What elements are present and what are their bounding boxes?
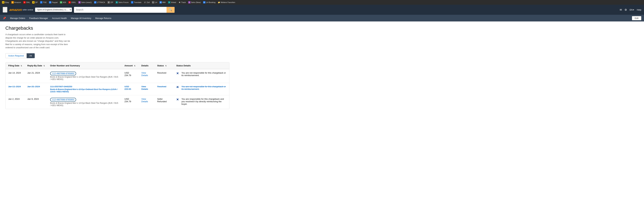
status-3: Seller Refunded: [154, 95, 174, 109]
settings-icon: ⚙: [624, 8, 627, 12]
view-details-link-2[interactable]: View Details: [142, 85, 148, 90]
order-number-3[interactable]: 112-4907898-8765850: [50, 98, 76, 102]
col-status: Status ⇅: [154, 62, 174, 69]
sort-reply-date-icon[interactable]: ⇅: [44, 65, 45, 67]
tab-all[interactable]: All: [27, 53, 35, 58]
vinted-icon: V: [168, 1, 170, 4]
details-1: View Details: [139, 69, 154, 83]
search-input[interactable]: [74, 7, 166, 12]
col-amount: Amount ⇅: [122, 62, 139, 69]
view-details-link-3[interactable]: View Details: [142, 98, 148, 103]
x-icon-3: ✕: [176, 98, 179, 102]
nav-manage-inventory[interactable]: Manage All Inventory: [71, 17, 91, 20]
status-details-text-1: You are not responsible for this chargeb…: [182, 72, 226, 76]
zip-icon: Z: [108, 1, 110, 4]
selro-forum-icon: S: [116, 1, 118, 4]
language-selector[interactable]: EN ▾: [630, 8, 634, 11]
amazon-logo: amazon seller central: [10, 8, 33, 12]
bookmark-lh[interactable]: L LH: [151, 1, 158, 4]
bookmark-amazon[interactable]: A Amazon: [11, 1, 22, 4]
bookmarks-bar: E Ebay A Amazon D DHL P DP T TGE P Paypa…: [0, 0, 644, 5]
nav-account-health[interactable]: Account Health: [52, 17, 67, 20]
order-number-col-1: 112-4907898-8765850 Boots & Braces Engla…: [48, 69, 122, 83]
tge-icon: T: [40, 1, 42, 4]
n26-icon: N: [60, 1, 62, 4]
page-description: A chargeback occurs when a cardholder co…: [5, 33, 72, 49]
nav-feedback-manager[interactable]: Feedback Manager: [29, 17, 48, 20]
search-container: 🔍: [74, 7, 174, 13]
lh-icon: L: [152, 1, 154, 4]
settings-button[interactable]: ⚙: [624, 8, 627, 12]
help-link[interactable]: Help: [637, 8, 641, 11]
bookmark-vinted[interactable]: V Vinted: [167, 1, 177, 4]
dhl-icon: D: [23, 1, 26, 4]
table-row: Jan 14, 2024 Jan 21, 2024 112-4907898-87…: [6, 69, 229, 83]
x-icon-2: ✕: [176, 85, 179, 89]
paypal-icon: P: [49, 1, 51, 4]
edit-button[interactable]: Edit: [632, 16, 641, 20]
filing-date-1: Jan 14, 2024: [6, 69, 25, 83]
mw-icon: M: [160, 1, 162, 4]
table-header-row: Filing Date ⇅ Reply-By Date ⇅ Order Numb…: [6, 62, 229, 69]
bookmark-weitere[interactable]: 📁 Weitere Favoriten: [217, 1, 236, 4]
bookmark-ebay[interactable]: E Ebay: [1, 1, 10, 4]
main-content: Chargebacks A chargeback occurs when a c…: [0, 22, 235, 113]
bookmark-selro-new[interactable]: S Selro (New): [188, 1, 202, 4]
amazon-icon: A: [12, 1, 14, 4]
order-number-col-2: 111-2557067-3440250 Boots & Braces Engla…: [48, 83, 122, 95]
table-row: Jan 2, 2024 Jan 9, 2024 112-4907898-8765…: [6, 95, 229, 109]
translate-icon: T: [131, 1, 133, 4]
status-1: Resolved: [154, 69, 174, 83]
order-number-1[interactable]: 112-4907898-8765850: [50, 72, 76, 76]
bookmark-dhl[interactable]: D DHL: [23, 1, 30, 4]
order-number-2[interactable]: 111-2557067-3440250: [50, 85, 119, 88]
bookmark-track[interactable]: ⊕ Track: [178, 1, 186, 4]
bookmark-selro-forum[interactable]: S Selro Forum: [115, 1, 129, 4]
col-status-details: Status Details: [174, 62, 229, 69]
sort-amount-icon[interactable]: ⇅: [134, 65, 135, 67]
seller-central-label: seller central: [22, 9, 33, 11]
sskl-icon: S: [68, 1, 71, 4]
bookmark-sskl[interactable]: S SSKL: [68, 1, 77, 4]
view-details-link-1[interactable]: View Details: [142, 72, 148, 76]
store-selector[interactable]: Spirit of England (Oxbloodoi) | U...: [35, 8, 72, 12]
bookmark-zip[interactable]: Z ZIP: [107, 1, 114, 4]
chargebacks-table: Filing Date ⇅ Reply-By Date ⇅ Order Numb…: [5, 62, 230, 109]
zoll-icon: Z: [144, 1, 146, 4]
bookmark-lh-booking[interactable]: B LH Booking: [202, 1, 216, 4]
bookmark-tge[interactable]: T TGE: [40, 1, 48, 4]
status-details-2: ✕ You are not responsible for this charg…: [174, 83, 229, 95]
nav-manage-orders[interactable]: Manage Orders: [10, 17, 25, 20]
search-button[interactable]: 🔍: [166, 7, 174, 13]
amount-3: USD 234.79: [122, 95, 139, 109]
page-title: Chargebacks: [5, 26, 230, 31]
ebay-icon: E: [2, 1, 4, 4]
bookmark-translate[interactable]: T Translate: [130, 1, 142, 4]
filing-date-2: Jan 13, 2024: [6, 83, 25, 95]
filing-date-3: Jan 2, 2024: [6, 95, 25, 109]
hamburger-menu[interactable]: ☰: [3, 7, 8, 12]
amazon-logo-text: amazon: [10, 8, 22, 12]
status-details-3: ✕ You are responsible for this chargebac…: [174, 95, 229, 109]
tabs: Action Required All: [5, 53, 230, 58]
bookmark-dp[interactable]: P DP: [32, 1, 38, 4]
mail-button[interactable]: ✉: [620, 8, 622, 12]
col-filing-date: Filing Date ⇅: [6, 62, 25, 69]
folder-icon: 📁: [218, 1, 220, 4]
col-details: Details: [139, 62, 154, 69]
bookmark-17track[interactable]: 17 17TRACK: [94, 1, 106, 4]
order-number-col-3: 112-4907898-8765850 Boots & Braces Engla…: [48, 95, 122, 109]
order-summary-1: Boots & Braces England Men´s 14 Eye Blac…: [50, 76, 119, 80]
reply-by-date-2: Jan 20, 2024: [25, 83, 48, 95]
bookmark-zoll[interactable]: Z Zoll: [143, 1, 150, 4]
secondary-nav: 📌 Manage Orders Feedback Manager Account…: [0, 15, 644, 22]
bookmark-n26[interactable]: N N26: [59, 1, 67, 4]
bookmark-selro-new1[interactable]: S Selro (new1): [78, 1, 92, 4]
reply-by-date-3: Jan 9, 2024: [25, 95, 48, 109]
sort-filing-date-icon[interactable]: ⇅: [21, 65, 22, 67]
bookmark-mw[interactable]: M MW: [159, 1, 166, 4]
sort-status-icon[interactable]: ⇅: [165, 65, 166, 67]
nav-manage-returns[interactable]: Manage Returns: [95, 17, 111, 20]
bookmark-paypal[interactable]: P Paypal: [48, 1, 58, 4]
tab-action-required[interactable]: Action Required: [5, 53, 27, 58]
